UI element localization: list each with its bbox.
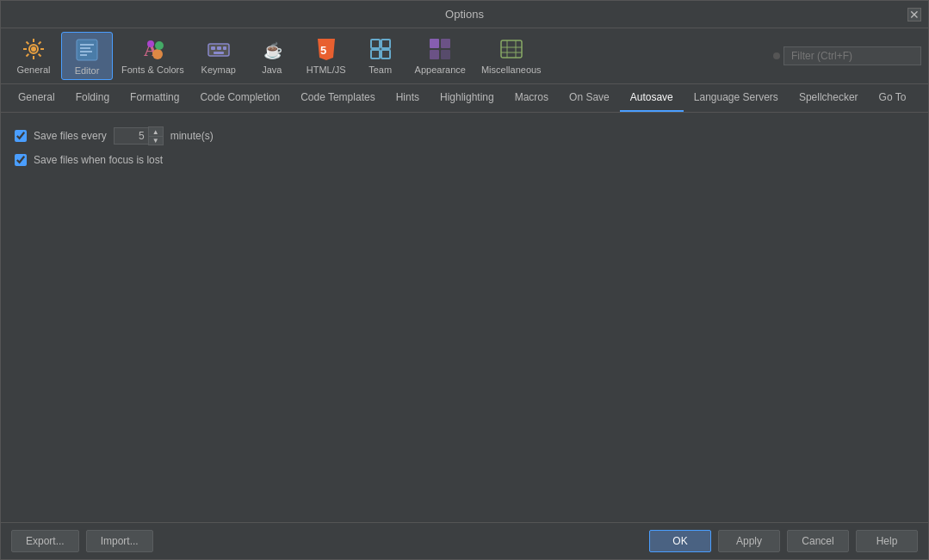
toolbar-item-general[interactable]: General [8, 32, 59, 80]
filter-input[interactable] [783, 46, 921, 65]
toolbar-items: General Editor [8, 32, 548, 80]
svg-rect-31 [430, 39, 439, 48]
ok-button[interactable]: OK [649, 530, 711, 552]
sub-tabs: General Folding Formatting Code Completi… [1, 84, 928, 113]
fonts-colors-icon: A [139, 35, 166, 63]
tab-hints[interactable]: Hints [386, 84, 430, 112]
toolbar-label-team: Team [369, 65, 392, 75]
toolbar-label-editor: Editor [75, 65, 100, 76]
toolbar-label-general: General [16, 65, 50, 75]
toolbar-label-keymap: Keymap [201, 65, 236, 75]
toolbar-label-appearance: Appearance [415, 65, 466, 75]
keymap-icon [205, 35, 232, 63]
autosave-content: Save files every ▲ ▼ minute(s) Save file… [1, 113, 928, 522]
filter-box [773, 46, 921, 65]
tab-folding[interactable]: Folding [65, 84, 120, 112]
toolbar-label-html-js: HTML/JS [307, 65, 346, 75]
svg-rect-34 [441, 50, 450, 59]
tab-code-completion[interactable]: Code Completion [189, 84, 290, 112]
svg-rect-27 [371, 40, 380, 48]
svg-rect-30 [381, 50, 390, 58]
toolbar-item-html-js[interactable]: 5 HTML/JS [300, 32, 353, 80]
svg-line-6 [39, 54, 41, 57]
svg-line-8 [27, 54, 29, 57]
toolbar-label-fonts-colors: Fonts & Colors [121, 65, 184, 75]
svg-rect-10 [77, 40, 97, 60]
editor-icon [73, 36, 101, 64]
java-icon: ☕ [258, 35, 286, 63]
bottom-left: Export... Import... [11, 530, 153, 552]
cancel-button[interactable]: Cancel [787, 530, 849, 552]
tab-general[interactable]: General [8, 84, 65, 112]
save-interval-spinbox: ▲ ▼ [114, 126, 164, 145]
team-icon [367, 35, 394, 63]
help-button[interactable]: Help [856, 530, 918, 552]
save-focus-checkbox[interactable] [15, 154, 27, 166]
tab-language-servers[interactable]: Language Servers [684, 84, 789, 112]
svg-line-7 [39, 42, 41, 45]
options-dialog: Options ✕ [0, 0, 929, 560]
bottom-right: OK Apply Cancel Help [649, 530, 918, 552]
tab-formatting[interactable]: Formatting [120, 84, 189, 112]
svg-point-16 [152, 49, 163, 59]
spinbox-down-button[interactable]: ▼ [149, 136, 163, 145]
svg-line-5 [27, 42, 29, 45]
svg-point-18 [147, 40, 154, 47]
svg-rect-35 [501, 40, 522, 58]
tab-go-to[interactable]: Go To [869, 84, 917, 112]
svg-text:5: 5 [320, 44, 326, 57]
svg-rect-23 [214, 52, 224, 54]
save-interval-unit: minute(s) [170, 130, 214, 142]
save-files-every-label: Save files every [34, 130, 107, 142]
export-button[interactable]: Export... [11, 530, 79, 552]
misc-icon [498, 35, 525, 63]
tab-spellchecker[interactable]: Spellchecker [789, 84, 869, 112]
apply-button[interactable]: Apply [718, 530, 780, 552]
svg-rect-20 [211, 46, 215, 50]
svg-rect-21 [217, 46, 221, 50]
toolbar-item-miscellaneous[interactable]: Miscellaneous [474, 32, 548, 80]
filter-dot [773, 52, 780, 59]
svg-rect-28 [381, 40, 390, 48]
close-button[interactable]: ✕ [907, 8, 921, 22]
tab-autosave[interactable]: Autosave [620, 84, 684, 112]
save-interval-input[interactable] [114, 127, 148, 145]
toolbar-label-java: Java [262, 65, 282, 75]
svg-rect-29 [371, 50, 380, 58]
toolbar-item-fonts-colors[interactable]: A Fonts & Colors [115, 32, 191, 80]
spinbox-buttons: ▲ ▼ [148, 126, 164, 145]
import-button[interactable]: Import... [86, 530, 153, 552]
svg-text:☕: ☕ [263, 41, 283, 60]
svg-point-17 [155, 41, 164, 50]
svg-rect-33 [430, 50, 439, 59]
appearance-icon [426, 35, 454, 63]
save-focus-row: Save files when focus is lost [15, 154, 914, 166]
svg-point-9 [31, 46, 36, 52]
toolbar-item-team[interactable]: Team [355, 32, 406, 80]
toolbar-label-misc: Miscellaneous [481, 65, 542, 75]
spinbox-up-button[interactable]: ▲ [149, 127, 163, 136]
toolbar-item-appearance[interactable]: Appearance [408, 32, 473, 80]
svg-rect-32 [441, 39, 450, 48]
tab-code-templates[interactable]: Code Templates [290, 84, 386, 112]
toolbar-item-java[interactable]: ☕ Java [246, 32, 298, 80]
save-focus-label: Save files when focus is lost [34, 154, 163, 166]
tab-macros[interactable]: Macros [505, 84, 559, 112]
save-files-every-checkbox[interactable] [15, 130, 27, 142]
toolbar: General Editor [1, 28, 928, 84]
bottom-bar: Export... Import... OK Apply Cancel Help [1, 522, 928, 559]
dialog-title: Options [445, 8, 484, 21]
tab-highlighting[interactable]: Highlighting [430, 84, 505, 112]
tab-on-save[interactable]: On Save [559, 84, 620, 112]
general-icon [20, 35, 47, 63]
html-icon: 5 [313, 35, 340, 63]
svg-rect-22 [223, 46, 226, 50]
save-files-every-row: Save files every ▲ ▼ minute(s) [15, 126, 914, 145]
toolbar-item-editor[interactable]: Editor [61, 32, 113, 80]
toolbar-item-keymap[interactable]: Keymap [193, 32, 245, 80]
title-bar: Options ✕ [1, 1, 928, 28]
